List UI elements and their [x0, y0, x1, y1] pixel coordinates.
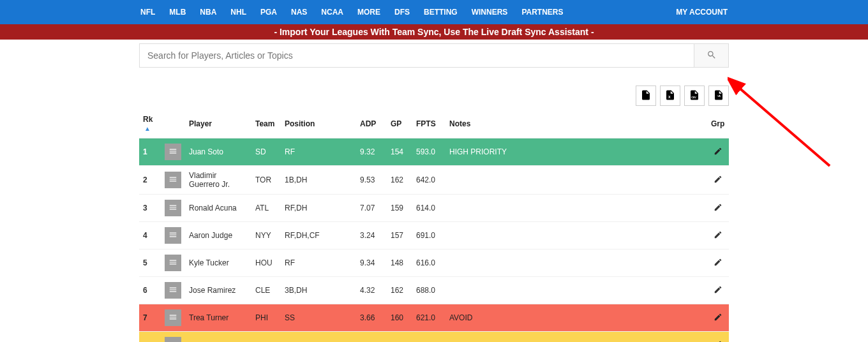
cell-notes — [445, 249, 707, 277]
cell-player[interactable]: Julio Rodriguez — [185, 332, 251, 343]
export-toolbar: X CSV — [139, 86, 729, 106]
nav-item-mlb[interactable]: MLB — [169, 8, 186, 17]
cell-position: 1B,DH — [281, 166, 356, 195]
cell-fpts: 605.0 — [412, 332, 445, 343]
file-csv-icon: CSV — [689, 89, 700, 103]
cell-player[interactable]: Kyle Tucker — [185, 249, 251, 277]
col-header-player[interactable]: Player — [185, 110, 251, 138]
cell-gp: 157 — [387, 222, 412, 249]
drag-handle[interactable] — [165, 200, 181, 216]
cell-fpts: 614.0 — [412, 195, 445, 222]
nav-item-pga[interactable]: PGA — [260, 8, 277, 17]
edit-button[interactable] — [714, 230, 722, 241]
menu-icon — [168, 285, 177, 296]
cell-player[interactable]: Vladimir Guerrero Jr. — [185, 166, 251, 195]
cell-adp: 9.16 — [356, 332, 387, 343]
cell-position: RF,DH,CF — [281, 222, 356, 249]
cell-fpts: 616.0 — [412, 249, 445, 277]
my-account-link[interactable]: MY ACCOUNT — [676, 8, 728, 17]
cell-adp: 9.34 — [356, 249, 387, 277]
export-csv-button[interactable]: CSV — [684, 86, 705, 106]
col-header-team[interactable]: Team — [251, 110, 281, 138]
export-pdf-button[interactable] — [708, 86, 729, 106]
table-row: 4Aaron JudgeNYYRF,DH,CF3.24157691.0 — [139, 222, 729, 249]
edit-button[interactable] — [714, 258, 722, 269]
pencil-icon — [714, 285, 722, 296]
nav-item-dfs[interactable]: DFS — [394, 8, 410, 17]
cell-team: HOU — [251, 249, 281, 277]
pencil-icon — [714, 230, 722, 241]
edit-button[interactable] — [714, 175, 722, 186]
cell-rk: 7 — [139, 304, 161, 332]
cell-adp: 3.24 — [356, 222, 387, 249]
nav-item-more[interactable]: MORE — [357, 8, 380, 17]
col-header-notes[interactable]: Notes — [445, 110, 707, 138]
cell-position: SS — [281, 304, 356, 332]
nav-item-ncaa[interactable]: NCAA — [321, 8, 343, 17]
col-header-grp[interactable]: Grp — [707, 110, 729, 138]
drag-handle[interactable] — [165, 282, 181, 299]
export-excel-button[interactable]: X — [660, 86, 680, 106]
pencil-icon — [714, 340, 722, 343]
cell-adp: 7.07 — [356, 195, 387, 222]
table-row: 1Juan SotoSDRF9.32154593.0HIGH PRIORITY — [139, 138, 729, 166]
drag-handle[interactable] — [165, 172, 181, 188]
nav-item-winners[interactable]: WINNERS — [472, 8, 508, 17]
cell-gp: 160 — [387, 304, 412, 332]
drag-handle[interactable] — [165, 227, 181, 244]
cell-player[interactable]: Trea Turner — [185, 304, 251, 332]
search-input[interactable] — [139, 43, 694, 68]
edit-button[interactable] — [714, 285, 722, 296]
pencil-icon — [714, 313, 722, 323]
nav-item-partners[interactable]: PARTNERS — [521, 8, 563, 17]
cell-notes — [445, 222, 707, 249]
edit-button[interactable] — [714, 313, 722, 323]
col-header-gp[interactable]: GP — [387, 110, 412, 138]
cell-team: SEA — [251, 332, 281, 343]
edit-button[interactable] — [714, 147, 722, 158]
edit-button[interactable] — [714, 203, 722, 214]
cell-drag — [161, 304, 185, 332]
cell-gp: 159 — [387, 195, 412, 222]
cell-grp — [707, 138, 729, 166]
drag-handle[interactable] — [165, 144, 181, 160]
cell-team: SD — [251, 138, 281, 166]
cell-player[interactable]: Juan Soto — [185, 138, 251, 166]
nav-item-nas[interactable]: NAS — [291, 8, 307, 17]
file-excel-icon: X — [664, 89, 676, 103]
edit-button[interactable] — [714, 340, 722, 343]
cell-player[interactable]: Jose Ramirez — [185, 277, 251, 304]
table-row: 3Ronald AcunaATLRF,DH7.07159614.0 — [139, 195, 729, 222]
search-button[interactable] — [694, 43, 729, 68]
col-header-adp[interactable]: ADP — [356, 110, 387, 138]
drag-handle[interactable] — [165, 337, 181, 342]
nav-item-betting[interactable]: BETTING — [424, 8, 458, 17]
pencil-icon — [714, 258, 722, 269]
col-header-rk-label: Rk — [143, 115, 153, 124]
svg-text:CSV: CSV — [691, 96, 696, 99]
pencil-icon — [714, 175, 722, 186]
cell-rk: 4 — [139, 222, 161, 249]
cell-fpts: 593.0 — [412, 138, 445, 166]
drag-handle[interactable] — [165, 309, 181, 326]
cell-position: CF — [281, 332, 356, 343]
col-header-rk[interactable]: Rk ▲ — [139, 110, 161, 138]
cell-fpts: 691.0 — [412, 222, 445, 249]
cell-player[interactable]: Ronald Acuna — [185, 195, 251, 222]
table-row: 8Julio RodriguezSEACF9.16155605.0INJURY … — [139, 332, 729, 343]
cell-notes: AVOID — [445, 304, 707, 332]
cell-notes: HIGH PRIORITY — [445, 138, 707, 166]
rankings-table: Rk ▲ Player Team Position ADP GP FPTS No… — [139, 110, 729, 342]
col-header-fpts[interactable]: FPTS — [412, 110, 445, 138]
nav-item-nba[interactable]: NBA — [200, 8, 216, 17]
nav-item-nfl[interactable]: NFL — [140, 8, 155, 17]
cell-player[interactable]: Aaron Judge — [185, 222, 251, 249]
cell-gp: 154 — [387, 138, 412, 166]
nav-item-nhl[interactable]: NHL — [230, 8, 246, 17]
search-icon — [707, 50, 717, 62]
export-txt-button[interactable] — [636, 86, 656, 106]
col-header-position[interactable]: Position — [281, 110, 356, 138]
drag-handle[interactable] — [165, 255, 181, 271]
top-nav: NFLMLBNBANHLPGANASNCAAMOREDFSBETTINGWINN… — [0, 0, 868, 24]
cell-rk: 8 — [139, 332, 161, 343]
